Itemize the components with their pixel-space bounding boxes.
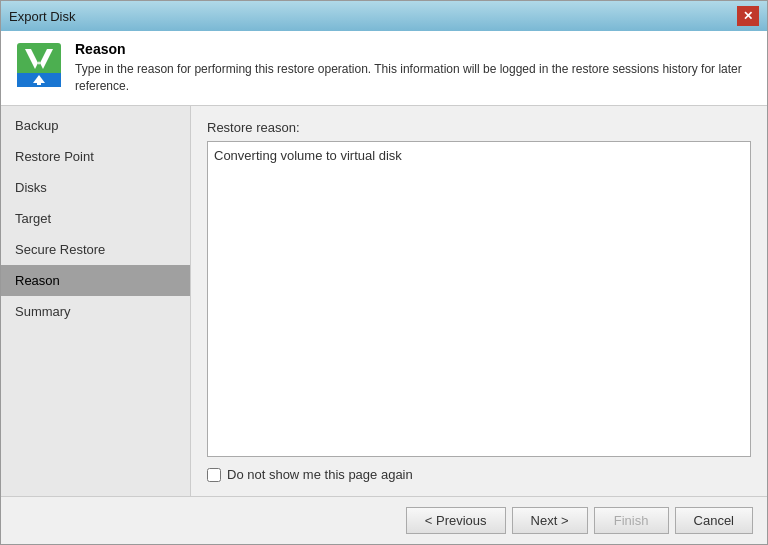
dont-show-checkbox[interactable]: [207, 468, 221, 482]
header-title: Reason: [75, 41, 753, 57]
header-description: Type in the reason for performing this r…: [75, 61, 753, 95]
sidebar-item-target[interactable]: Target: [1, 203, 190, 234]
sidebar-item-restore-point[interactable]: Restore Point: [1, 141, 190, 172]
sidebar: Backup Restore Point Disks Target Secure…: [1, 106, 191, 496]
window-title: Export Disk: [9, 9, 75, 24]
restore-reason-label: Restore reason:: [207, 120, 751, 135]
finish-button[interactable]: Finish: [594, 507, 669, 534]
sidebar-item-reason[interactable]: Reason: [1, 265, 190, 296]
restore-reason-textarea[interactable]: Converting volume to virtual disk: [207, 141, 751, 457]
sidebar-item-disks[interactable]: Disks: [1, 172, 190, 203]
export-disk-window: Export Disk ✕ Reason Type in the reason …: [0, 0, 768, 545]
content-area: Restore reason: Converting volume to vir…: [191, 106, 767, 496]
next-button[interactable]: Next >: [512, 507, 588, 534]
main-content: Backup Restore Point Disks Target Secure…: [1, 106, 767, 496]
header-text: Reason Type in the reason for performing…: [75, 41, 753, 95]
svg-rect-5: [37, 81, 41, 85]
sidebar-item-secure-restore[interactable]: Secure Restore: [1, 234, 190, 265]
close-button[interactable]: ✕: [737, 6, 759, 26]
checkbox-row: Do not show me this page again: [207, 467, 751, 482]
footer: < Previous Next > Finish Cancel: [1, 496, 767, 544]
sidebar-item-summary[interactable]: Summary: [1, 296, 190, 327]
previous-button[interactable]: < Previous: [406, 507, 506, 534]
sidebar-item-backup[interactable]: Backup: [1, 110, 190, 141]
veeam-icon: [15, 41, 63, 89]
title-bar: Export Disk ✕: [1, 1, 767, 31]
header-section: Reason Type in the reason for performing…: [1, 31, 767, 106]
dont-show-label[interactable]: Do not show me this page again: [227, 467, 413, 482]
cancel-button[interactable]: Cancel: [675, 507, 753, 534]
